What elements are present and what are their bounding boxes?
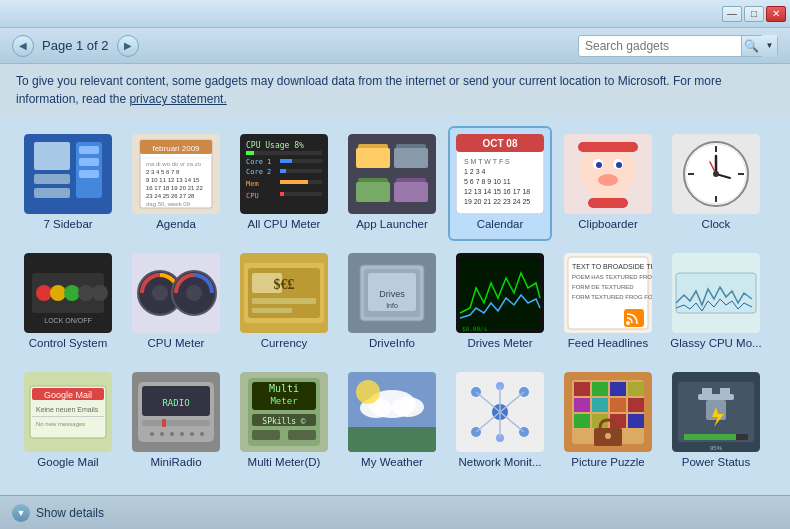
svg-text:CPU: CPU [246,192,259,200]
svg-point-58 [598,174,618,186]
svg-text:Keine neuen Emails: Keine neuen Emails [36,406,99,413]
gadget-label-powerstatus: Power Status [670,456,762,468]
search-dropdown-button[interactable]: ▼ [762,35,777,57]
gadget-icon-controlsystem: LOCK ON/OFF [24,253,112,333]
gadget-clipboarder[interactable]: Clipboarder [556,126,660,241]
next-page-button[interactable]: ▶ [117,35,139,57]
svg-rect-27 [280,169,322,173]
gadget-feedheadlines[interactable]: TEXT TO BROADSIDE THESE TASTES POEM HAS … [556,245,660,360]
svg-rect-43 [394,182,428,202]
gadget-clock[interactable]: Clock [664,126,768,241]
svg-point-84 [186,285,202,301]
gadget-myweather[interactable]: My Weather [340,364,444,479]
privacy-link[interactable]: privacy statement. [129,92,226,106]
gadget-applauncher[interactable]: App Launcher [340,126,444,241]
svg-point-124 [150,432,154,436]
svg-rect-166 [628,382,644,396]
show-details-icon: ▼ [12,504,30,522]
minimize-button[interactable]: — [722,6,742,22]
gadget-7sidebar[interactable]: 7 Sidebar [16,126,120,241]
gadget-icon-agenda: februari 2009 ma di wo do vr za zo 2 3 4… [132,134,220,214]
svg-point-78 [92,285,108,301]
gadget-icon-drivesmeter: $0.00/s [456,253,544,333]
gadget-calendar[interactable]: OCT 08 S M T W T F S 1 2 3 4 5 6 7 8 9 1… [448,126,552,241]
close-button[interactable]: ✕ [766,6,786,22]
svg-rect-168 [592,398,608,412]
gadget-currency[interactable]: $€£ Currency [232,245,336,360]
svg-rect-39 [394,148,428,168]
gadget-googlemail[interactable]: Google Mail Keine neuen Emails No new me… [16,364,120,479]
prev-page-button[interactable]: ◀ [12,35,34,57]
gadget-networkmonit[interactable]: Network Monit... [448,364,552,479]
svg-rect-6 [79,158,99,166]
gadget-allcpumeter[interactable]: CPU Usage 8% Core 1 Core 2 Mem CPU [232,126,336,241]
svg-point-126 [170,432,174,436]
gadget-miniradio[interactable]: RADIO MiniRadio [124,364,228,479]
gadget-label-driveinfo: DriveInfo [346,337,438,349]
svg-point-128 [190,432,194,436]
svg-rect-22 [246,151,254,155]
svg-rect-34 [280,192,284,196]
svg-point-144 [356,380,380,404]
search-icon: 🔍 [744,39,759,53]
gadget-multimeter[interactable]: Multi Meter SPkills © Multi Meter(D) [232,364,336,479]
svg-rect-167 [574,398,590,412]
gadget-label-agenda: Agenda [130,218,222,230]
svg-text:februari 2009: februari 2009 [152,144,200,153]
svg-text:Multi: Multi [269,383,299,394]
gadget-powerstatus[interactable]: 95% Power Status [664,364,768,479]
svg-text:$0.00/s: $0.00/s [462,325,488,332]
gadget-icon-picturepuzzle [564,372,652,452]
gadgets-area: 7 Sidebar februari 2009 ma di wo do vr z… [0,116,790,496]
gadget-icon-clock [672,134,760,214]
svg-text:No new messages: No new messages [36,421,85,427]
info-text: To give you relevant content, some gadge… [16,74,722,106]
gadget-cpumeter[interactable]: CPU Meter [124,245,228,360]
search-button[interactable]: 🔍 [741,36,762,56]
gadget-drivesmeter[interactable]: $0.00/s Drives Meter [448,245,552,360]
gadget-agenda[interactable]: februari 2009 ma di wo do vr za zo 2 3 4… [124,126,228,241]
svg-text:9 10 11 12 13 14 15: 9 10 11 12 13 14 15 [146,177,200,183]
svg-rect-28 [280,169,286,173]
gadget-label-feedheadlines: Feed Headlines [562,337,654,349]
gadget-icon-currency: $€£ [240,253,328,333]
svg-point-76 [64,285,80,301]
svg-point-74 [36,285,52,301]
svg-text:Core 1: Core 1 [246,158,271,166]
svg-rect-21 [246,151,322,155]
svg-rect-37 [356,148,390,168]
info-bar: To give you relevant content, some gadge… [0,64,790,116]
search-input[interactable] [579,39,741,53]
gadget-icon-cpumeter [132,253,220,333]
maximize-button[interactable]: □ [744,6,764,22]
gadget-label-controlsystem: Control System [22,337,114,349]
show-details-bar[interactable]: ▼ Show details [0,495,790,529]
svg-rect-165 [610,382,626,396]
svg-rect-181 [698,394,734,400]
svg-text:Meter: Meter [270,396,298,406]
gadget-driveinfo[interactable]: Drives Info DriveInfo [340,245,444,360]
svg-text:1  2  3  4: 1 2 3 4 [464,168,486,175]
svg-point-127 [180,432,184,436]
svg-point-57 [616,162,622,168]
gadget-picturepuzzle[interactable]: Picture Puzzle [556,364,660,479]
svg-text:POEM HAS TEXTURED FROG CALLS: POEM HAS TEXTURED FROG CALLS [572,274,652,280]
svg-rect-7 [79,170,99,178]
gadget-label-7sidebar: 7 Sidebar [22,218,114,230]
svg-text:2  3  4  5  6  7  8: 2 3 4 5 6 7 8 [146,169,180,175]
svg-point-129 [200,432,204,436]
gadget-label-clipboarder: Clipboarder [562,218,654,230]
svg-text:ma di wo do vr za zo: ma di wo do vr za zo [146,161,202,167]
svg-rect-138 [288,430,316,440]
gadget-label-allcpumeter: All CPU Meter [238,218,330,230]
svg-point-77 [78,285,94,301]
nav-bar: ◀ Page 1 of 2 ▶ 🔍 ▼ [0,28,790,64]
svg-rect-116 [32,416,104,417]
svg-rect-3 [34,188,70,198]
svg-point-75 [50,285,66,301]
gadget-controlsystem[interactable]: LOCK ON/OFF Control System [16,245,120,360]
svg-rect-174 [628,414,644,428]
gadget-label-drivesmeter: Drives Meter [454,337,546,349]
gadget-glassycpu[interactable]: Glassy CPU Mo... [664,245,768,360]
svg-rect-59 [578,142,638,152]
